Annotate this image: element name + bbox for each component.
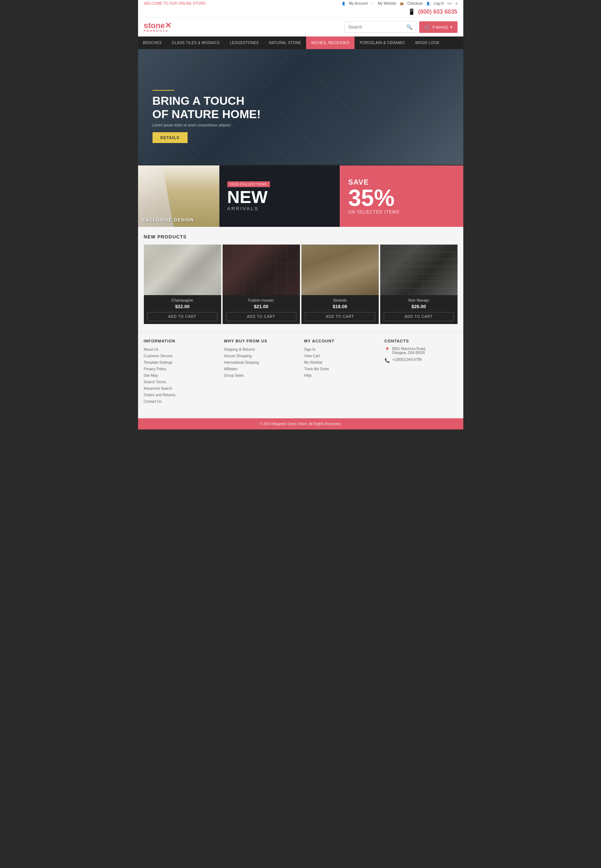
- hero-line: [153, 90, 174, 91]
- hero-title: BRING A TOUCH OF NATURE HOME!: [153, 94, 261, 121]
- nav-glass-tiles[interactable]: GLASS TILES & MOSAICS: [166, 37, 225, 49]
- nav-natural-stone[interactable]: NATURAL STONE: [264, 37, 306, 49]
- product-info-noir: Noir Navajo $26.00 ADD TO CART: [380, 295, 458, 324]
- save-sub: ON SELECTED ITEMS: [348, 210, 400, 215]
- my-wishlist-link[interactable]: My Wishlist: [378, 2, 396, 5]
- footer-phone-icon: 📞: [384, 358, 390, 363]
- footer-address: 📍 8901 Marmora Road,Glasgow, D04 89GR: [384, 347, 458, 355]
- product-card-fusion[interactable]: Fusion mosaic $21.00 ADD TO CART: [223, 245, 300, 324]
- footer-help[interactable]: Help: [304, 373, 377, 378]
- new-title: NEW: [227, 189, 268, 206]
- footer-privacy-policy[interactable]: Privacy Policy: [144, 366, 217, 372]
- footer-secure-shopping[interactable]: Secure Shopping: [224, 353, 297, 359]
- footer-site-map[interactable]: Site Map: [144, 373, 217, 378]
- footer-advanced-search[interactable]: Advanced Search: [144, 386, 217, 391]
- nav-benches[interactable]: BENCHES: [138, 37, 167, 49]
- product-card-strands[interactable]: Strands $18.00 ADD TO CART: [301, 245, 379, 324]
- top-bar-icon: 📦: [400, 2, 404, 5]
- footer-international-shipping[interactable]: International Shipping: [224, 360, 297, 365]
- product-card-noir[interactable]: Noir Navajo $26.00 ADD TO CART: [380, 245, 458, 324]
- copyright-text: © 2014 Magento Demo Store. All Rights Re…: [260, 422, 342, 426]
- arrivals-sub: ARRIVALS: [227, 206, 259, 211]
- top-bar-links: 👤 My Account ♡ My Wishlist 📦 Checkout 👤 …: [342, 2, 458, 5]
- hero-banner: BRING A TOUCH OF NATURE HOME! Lorem ipsu…: [138, 49, 463, 165]
- product-image-champagne: [144, 245, 221, 295]
- nav-niches[interactable]: NICHES, RECESSES: [306, 37, 354, 49]
- footer-contacts: CONTACTS 📍 8901 Marmora Road,Glasgow, D0…: [384, 339, 458, 405]
- product-price-champagne: $22.00: [148, 304, 218, 309]
- exclusive-label: EXCLUSIVE DESIGN: [142, 217, 194, 222]
- footer-customer-service[interactable]: Customer Service: [144, 353, 217, 359]
- footer-why-buy-title: WHY BUY FROM US: [224, 339, 297, 343]
- hero-subtitle: Lorem ipsum dolor sit amet consectetuer …: [153, 123, 261, 127]
- footer-contact-us[interactable]: Contact Us: [144, 399, 217, 404]
- footer-orders-returns[interactable]: Orders and Returns: [144, 392, 217, 398]
- my-account-link[interactable]: My Account: [349, 2, 368, 5]
- logo[interactable]: stone✕ PRODUCTS: [144, 22, 172, 32]
- product-card-champagne[interactable]: Champagne $22.00 ADD TO CART: [144, 245, 221, 324]
- nav-wood-look[interactable]: WOOD LOOK: [410, 37, 444, 49]
- footer-sign-in[interactable]: Sign In: [304, 347, 377, 352]
- footer-my-wishlist[interactable]: My Wishlist: [304, 360, 377, 365]
- top-bar-icon: 👤: [426, 2, 430, 5]
- product-info-strands: Strands $18.00 ADD TO CART: [301, 295, 379, 324]
- footer-why-buy: WHY BUY FROM US Shipping & Returns Secur…: [224, 339, 297, 405]
- product-name-strands: Strands: [305, 298, 375, 302]
- footer-shipping-returns[interactable]: Shipping & Returns: [224, 347, 297, 352]
- product-info-fusion: Fusion mosaic $21.00 ADD TO CART: [223, 295, 300, 324]
- nav-ledgestones[interactable]: LEDGESTONES: [225, 37, 264, 49]
- footer-my-account: MY ACCOUNT Sign In View Cart My Wishlist…: [304, 339, 377, 405]
- product-name-noir: Noir Navajo: [384, 298, 454, 302]
- address-text: 8901 Marmora Road,Glasgow, D04 89GR: [392, 347, 426, 355]
- hero-content: BRING A TOUCH OF NATURE HOME! Lorem ipsu…: [153, 90, 261, 143]
- footer-group-sales[interactable]: Group Sales: [224, 373, 297, 378]
- hero-details-button[interactable]: DETAILS: [153, 132, 188, 143]
- footer-track-order[interactable]: Track My Order: [304, 366, 377, 372]
- checkout-link[interactable]: Checkout: [407, 2, 423, 5]
- add-to-cart-champagne[interactable]: ADD TO CART: [148, 312, 218, 321]
- search-box: 🔍: [345, 21, 416, 33]
- promo-exclusive[interactable]: EXCLUSIVE DESIGN: [138, 166, 220, 227]
- footer-affiliates[interactable]: Affiliates: [224, 366, 297, 372]
- products-grid: Champagne $22.00 ADD TO CART Fusion mosa…: [144, 245, 458, 324]
- footer-phone-text: +1(800)1345-6789: [392, 358, 422, 362]
- header-right: 🔍 🛒 0 item(s) ▾: [345, 21, 458, 33]
- product-info-champagne: Champagne $22.00 ADD TO CART: [144, 295, 221, 324]
- top-bar-icon: ♡: [371, 2, 374, 5]
- flag-en: EN: [447, 2, 452, 5]
- cart-button[interactable]: 🛒 0 item(s) ▾: [419, 21, 458, 33]
- save-percent: 35%: [348, 186, 395, 210]
- logo-text: stone✕: [144, 21, 172, 30]
- footer-phone: 📞 +1(800)1345-6789: [384, 358, 458, 363]
- add-to-cart-fusion[interactable]: ADD TO CART: [226, 312, 296, 321]
- footer-template-settings[interactable]: Template Settings: [144, 360, 217, 365]
- add-to-cart-strands[interactable]: ADD TO CART: [305, 312, 375, 321]
- phone-icon: 📱: [408, 9, 415, 15]
- promo-save[interactable]: SAVE 35% ON SELECTED ITEMS: [340, 166, 463, 227]
- footer-my-account-title: MY ACCOUNT: [304, 339, 377, 343]
- flag-usd: $: [455, 2, 457, 5]
- cart-chevron: ▾: [450, 25, 453, 30]
- product-image-strands: [301, 245, 379, 295]
- product-name-champagne: Champagne: [148, 298, 218, 302]
- phone-number: 📱 (800) 603 6035: [408, 9, 458, 15]
- search-button[interactable]: 🔍: [403, 22, 416, 32]
- footer-search-terms[interactable]: Search Terms: [144, 379, 217, 385]
- collections-badge: 2015 COLLECTIONS: [227, 181, 270, 187]
- footer: INFORMATION About Us Customer Service Te…: [138, 331, 463, 418]
- top-bar-icon: 👤: [342, 2, 345, 5]
- footer-information: INFORMATION About Us Customer Service Te…: [144, 339, 217, 405]
- footer-about-us[interactable]: About Us: [144, 347, 217, 352]
- footer-view-cart[interactable]: View Cart: [304, 353, 377, 359]
- search-input[interactable]: [345, 22, 403, 32]
- nav-porcelain[interactable]: PORCELAIN & CERAMIC: [354, 37, 410, 49]
- add-to-cart-noir[interactable]: ADD TO CART: [384, 312, 454, 321]
- login-link[interactable]: Log In: [434, 2, 444, 5]
- phone-bar: 📱 (800) 603 6035: [138, 7, 463, 18]
- promo-new-arrivals[interactable]: 2015 COLLECTIONS NEW ARRIVALS: [220, 166, 340, 227]
- main-nav: BENCHES GLASS TILES & MOSAICS LEDGESTONE…: [138, 37, 463, 49]
- copyright-bar: © 2014 Magento Demo Store. All Rights Re…: [138, 418, 463, 429]
- product-price-fusion: $21.00: [226, 304, 296, 309]
- promo-section: EXCLUSIVE DESIGN 2015 COLLECTIONS NEW AR…: [138, 166, 463, 227]
- footer-contacts-title: CONTACTS: [384, 339, 458, 343]
